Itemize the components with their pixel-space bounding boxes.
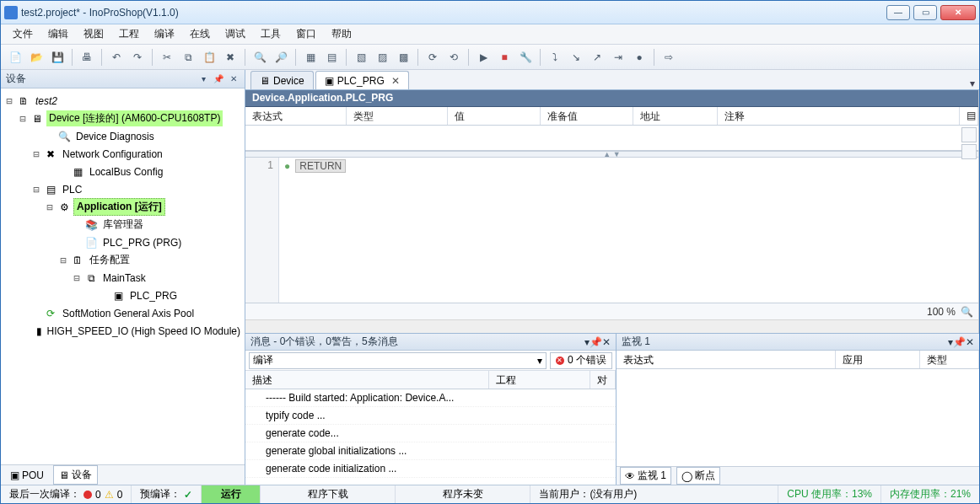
undo-icon[interactable]: ↶ (107, 48, 126, 67)
cut-icon[interactable]: ✂ (158, 48, 176, 67)
msg-col-obj[interactable]: 对 (590, 371, 616, 389)
col-type[interactable]: 类型 (347, 107, 448, 125)
msg-col-desc[interactable]: 描述 (245, 371, 489, 389)
col-expr[interactable]: 表达式 (245, 107, 347, 125)
step-into-icon[interactable]: ↘ (567, 48, 585, 67)
tree-softmotion[interactable]: SoftMotion General Axis Pool (60, 307, 197, 320)
menu-file[interactable]: 文件 (6, 24, 40, 44)
save-icon[interactable]: 💾 (48, 48, 67, 67)
msg-col-proj[interactable]: 工程 (489, 371, 590, 389)
watch-col-app[interactable]: 应用 (836, 351, 920, 368)
tabs-dropdown-icon[interactable]: ▾ (966, 78, 979, 89)
error-count-button[interactable]: ✕0 个错误 (550, 352, 612, 369)
splitter-icon[interactable]: ▲ ▼ (245, 151, 978, 158)
watch-pin-icon[interactable]: 📌 (953, 336, 966, 348)
tool5-icon[interactable]: ▩ (394, 48, 412, 67)
tree-plc[interactable]: PLC (60, 183, 84, 196)
message-row[interactable]: generate code... (245, 425, 616, 442)
minimize-button[interactable]: — (886, 5, 910, 20)
logout-icon[interactable]: ⟲ (444, 48, 463, 67)
tree-hsio[interactable]: HIGH_SPEED_IO (High Speed IO Module) (45, 324, 243, 338)
msg-close-icon[interactable]: ✕ (602, 336, 611, 348)
code-editor[interactable]: ●RETURN (279, 158, 978, 303)
menu-project[interactable]: 工程 (112, 24, 146, 44)
col-value[interactable]: 值 (448, 107, 541, 125)
copy-icon[interactable]: ⧉ (179, 48, 197, 67)
maximize-button[interactable]: ▭ (913, 5, 937, 20)
tree-prgdecl[interactable]: PLC_PRG (PRG) (100, 236, 184, 249)
dropdown-icon[interactable]: ▾ (197, 73, 209, 85)
tool3-icon[interactable]: ▧ (352, 48, 370, 67)
message-row[interactable]: ------ Build started: Application: Devic… (245, 389, 616, 407)
pou-tab[interactable]: ▣POU (4, 467, 50, 484)
stop-icon[interactable]: ■ (495, 48, 514, 67)
tree-root[interactable]: test2 (33, 94, 60, 108)
step-icon[interactable]: ⇥ (609, 48, 627, 67)
messages-list[interactable]: ------ Build started: Application: Devic… (245, 389, 616, 485)
watch-col-expr[interactable]: 表达式 (617, 351, 836, 368)
tab-plc-prg[interactable]: ▣PLC_PRG✕ (315, 71, 409, 89)
tree-device[interactable]: Device [连接的] (AM600-CPU1608TP) (46, 110, 223, 126)
open-icon[interactable]: 📂 (27, 48, 46, 67)
col-prep[interactable]: 准备值 (541, 107, 633, 125)
tree-libmgr[interactable]: 库管理器 (100, 217, 146, 233)
status-bar: 最后一次编译： 0 ⚠0 预编译： ✓ 运行 程序下载 程序未变 当前用户：(没… (1, 485, 979, 503)
menu-tools[interactable]: 工具 (254, 24, 288, 44)
device-tab[interactable]: 🖥设备 (53, 465, 98, 485)
vartable-tool1-icon[interactable] (961, 127, 977, 142)
find-replace-icon[interactable]: 🔎 (272, 48, 290, 67)
close-panel-icon[interactable]: ✕ (228, 73, 240, 85)
wrench-icon[interactable]: 🔧 (516, 48, 535, 67)
menu-view[interactable]: 视图 (77, 24, 110, 44)
zoom-fit-icon[interactable]: 🔍 (961, 306, 973, 318)
tree-taskcfg[interactable]: 任务配置 (87, 252, 132, 268)
menu-window[interactable]: 窗口 (289, 24, 323, 44)
redo-icon[interactable]: ↷ (128, 48, 147, 67)
menu-online[interactable]: 在线 (183, 24, 217, 44)
col-config-icon[interactable]: ▤ (960, 107, 978, 125)
tree-app[interactable]: Application [运行] (73, 198, 165, 216)
menu-edit[interactable]: 编辑 (41, 24, 75, 44)
new-icon[interactable]: 📄 (6, 48, 24, 67)
close-button[interactable]: ✕ (940, 5, 976, 20)
tool2-icon[interactable]: ▤ (322, 48, 341, 67)
message-row[interactable]: typify code ... (245, 407, 616, 425)
var-table-body[interactable] (245, 126, 978, 151)
col-comment[interactable]: 注释 (718, 107, 960, 125)
msg-pin-icon[interactable]: 📌 (590, 336, 602, 348)
tab-close-icon[interactable]: ✕ (391, 75, 400, 87)
tab-device[interactable]: 🖥Device (250, 71, 314, 89)
tool4-icon[interactable]: ▨ (373, 48, 391, 67)
print-icon[interactable]: 🖶 (78, 48, 96, 67)
delete-icon[interactable]: ✖ (221, 48, 240, 67)
h-scrollbar[interactable] (245, 319, 978, 333)
run-icon[interactable]: ▶ (474, 48, 493, 67)
col-addr[interactable]: 地址 (633, 107, 718, 125)
watch-close-icon[interactable]: ✕ (966, 336, 974, 348)
message-row[interactable]: generate code initialization ... (245, 460, 616, 478)
find-icon[interactable]: 🔍 (250, 48, 269, 67)
device-tree[interactable]: ⊟🗎test2 ⊟🖥Device [连接的] (AM600-CPU1608TP)… (1, 88, 245, 464)
message-row[interactable]: generate global initializations ... (245, 442, 616, 460)
bp-icon[interactable]: ● (630, 48, 649, 67)
tool-icon[interactable]: ▦ (301, 48, 320, 67)
paste-icon[interactable]: 📋 (200, 48, 218, 67)
tree-maintask[interactable]: MainTask (100, 271, 148, 285)
menu-help[interactable]: 帮助 (325, 24, 358, 44)
messages-filter-combo[interactable]: 编译▾ (249, 352, 547, 369)
menu-build[interactable]: 编译 (148, 24, 181, 44)
step-out-icon[interactable]: ↗ (588, 48, 606, 67)
pin-icon[interactable]: 📌 (213, 73, 224, 85)
tree-prgcall[interactable]: PLC_PRG (127, 289, 180, 303)
login-icon[interactable]: ⟳ (423, 48, 442, 67)
tree-diag[interactable]: Device Diagnosis (73, 130, 157, 143)
tree-netcfg[interactable]: Network Configuration (60, 147, 165, 161)
breakpoint-tab[interactable]: ◯断点 (676, 467, 720, 485)
more-icon[interactable]: ⇨ (660, 48, 678, 67)
watch-body[interactable] (617, 369, 979, 466)
menu-debug[interactable]: 调试 (218, 24, 252, 44)
step-over-icon[interactable]: ⤵ (546, 48, 564, 67)
watch-tab-1[interactable]: 👁监视 1 (620, 467, 671, 485)
watch-col-type[interactable]: 类型 (920, 351, 979, 368)
tree-localbus[interactable]: LocalBus Config (87, 165, 165, 179)
